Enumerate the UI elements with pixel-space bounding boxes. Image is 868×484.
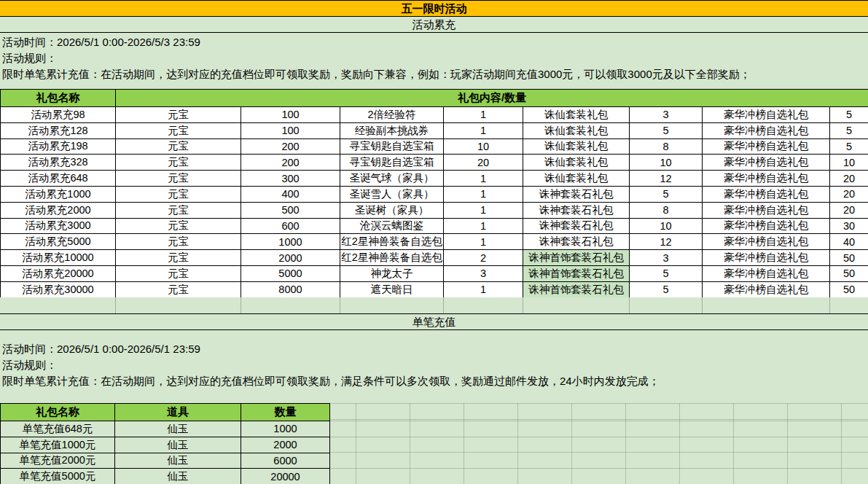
cell[interactable]: 诛仙套装礼包 (523, 138, 630, 155)
cell[interactable]: 单笔充值5000元 (1, 469, 115, 484)
cell[interactable]: 元宝 (116, 218, 241, 234)
cell[interactable]: 400 (241, 186, 340, 202)
cell[interactable]: 元宝 (116, 281, 241, 297)
cell[interactable]: 元宝 (116, 234, 241, 250)
cell[interactable]: 豪华冲榜自选礼包 (703, 218, 830, 234)
column-header-gift-content[interactable]: 礼包内容/数量 (116, 90, 868, 107)
cell[interactable]: 5 (630, 265, 703, 281)
cell[interactable]: 诛仙套装礼包 (523, 171, 630, 187)
cell[interactable]: 单笔充值648元 (1, 421, 115, 437)
cell[interactable]: 1 (444, 171, 523, 187)
cell[interactable]: 活动累充198 (1, 138, 116, 155)
cell[interactable]: 3 (630, 250, 703, 266)
cell[interactable]: 20 (830, 202, 868, 218)
cell[interactable]: 2 (444, 250, 523, 266)
cell[interactable]: 经验副本挑战券 (340, 122, 444, 138)
cell[interactable]: 元宝 (116, 250, 241, 266)
cell[interactable]: 豪华冲榜自选礼包 (703, 171, 830, 187)
cell[interactable]: 红2星神兽装备自选包 (340, 234, 444, 250)
cell[interactable]: 3 (630, 107, 703, 123)
cell[interactable]: 寻宝钥匙自选宝箱 (340, 138, 444, 155)
cell[interactable]: 仙玉 (115, 421, 241, 437)
cell[interactable]: 神龙太子 (340, 265, 444, 281)
cell[interactable]: 遮天暗日 (340, 281, 444, 297)
cell[interactable]: 诛仙套装礼包 (523, 122, 630, 138)
cell[interactable]: 诛神套装石礼包 (523, 218, 630, 234)
cell[interactable]: 10 (630, 218, 703, 234)
cell[interactable]: 50 (830, 250, 868, 266)
cell[interactable]: 元宝 (116, 107, 241, 123)
cell[interactable]: 8 (630, 202, 703, 218)
cell[interactable]: 圣诞雪人（家具） (340, 186, 444, 202)
cell[interactable]: 诛神首饰套装石礼包 (523, 281, 630, 297)
activity-rules-text-single[interactable]: 限时单笔累计充值：在活动期间，达到对应的充值档位即可领取奖励，满足条件可以多次领… (2, 373, 660, 389)
cell[interactable]: 20 (830, 186, 868, 202)
section-header-single[interactable]: 单笔充值 (0, 313, 868, 330)
cell[interactable]: 元宝 (116, 122, 241, 138)
cell[interactable]: 10 (830, 155, 868, 171)
cell[interactable]: 3 (444, 265, 523, 281)
cell[interactable]: 2000 (241, 437, 330, 453)
cell[interactable]: 活动累充98 (1, 107, 116, 123)
cell[interactable]: 活动累充20000 (1, 265, 116, 281)
cell[interactable]: 豪华冲榜自选礼包 (703, 122, 830, 138)
cell[interactable]: 豪华冲榜自选礼包 (703, 250, 830, 266)
cell[interactable]: 200 (241, 155, 340, 171)
cell[interactable]: 活动累充3000 (1, 218, 116, 234)
cell[interactable]: 圣诞树（家具） (340, 202, 444, 218)
cell[interactable]: 20000 (241, 469, 330, 484)
cell[interactable]: 元宝 (116, 138, 241, 155)
cell[interactable]: 40 (830, 234, 868, 250)
cell[interactable]: 1 (444, 281, 523, 297)
cell[interactable]: 5 (830, 122, 868, 138)
cell[interactable]: 1 (444, 218, 523, 234)
cell[interactable]: 5 (630, 186, 703, 202)
cell[interactable]: 诛仙套装礼包 (523, 107, 630, 123)
cell[interactable]: 豪华冲榜自选礼包 (703, 265, 830, 281)
column-header-quantity[interactable]: 数量 (241, 404, 330, 421)
cell[interactable]: 元宝 (116, 186, 241, 202)
cell[interactable]: 8 (630, 138, 703, 155)
cell[interactable]: 活动累充5000 (1, 234, 116, 250)
cell[interactable]: 诛神套装石礼包 (523, 186, 630, 202)
column-header-item[interactable]: 道具 (115, 404, 241, 421)
cell[interactable]: 1000 (241, 234, 340, 250)
cell[interactable]: 寻宝钥匙自选宝箱 (340, 155, 444, 171)
cell[interactable]: 1 (444, 107, 523, 123)
cell[interactable]: 仙玉 (115, 453, 241, 469)
cell[interactable]: 6000 (241, 453, 330, 469)
cell[interactable]: 仙玉 (115, 469, 241, 484)
column-header-gift-name[interactable]: 礼包名称 (1, 90, 116, 107)
cell[interactable]: 1 (444, 234, 523, 250)
cell[interactable]: 沧溟云螭图鉴 (340, 218, 444, 234)
cell[interactable]: 1 (444, 186, 523, 202)
cell[interactable]: 活动累充2000 (1, 202, 116, 218)
activity-rules-text-accumulate[interactable]: 限时单笔累计充值：在活动期间，达到对应的充值档位即可领取奖励，奖励向下兼容，例如… (2, 66, 751, 82)
cell[interactable]: 10 (630, 155, 703, 171)
cell[interactable]: 豪华冲榜自选礼包 (703, 202, 830, 218)
cell[interactable]: 5 (630, 281, 703, 297)
cell[interactable]: 诛神首饰套装石礼包 (523, 265, 630, 281)
cell[interactable]: 圣诞气球（家具） (340, 171, 444, 187)
cell[interactable]: 活动累充10000 (1, 250, 116, 266)
cell[interactable]: 豪华冲榜自选礼包 (703, 234, 830, 250)
cell[interactable]: 仙玉 (115, 437, 241, 453)
cell[interactable]: 诛神套装石礼包 (523, 202, 630, 218)
activity-rules-label-accumulate[interactable]: 活动规则： (2, 50, 57, 66)
cell[interactable]: 元宝 (116, 265, 241, 281)
cell[interactable]: 30 (830, 218, 868, 234)
cell[interactable]: 2倍经验符 (340, 107, 444, 123)
cell[interactable]: 活动累充648 (1, 171, 116, 187)
activity-time-accumulate[interactable]: 活动时间：2026/5/1 0:00-2026/5/3 23:59 (2, 34, 200, 50)
section-header-accumulate[interactable]: 活动累充 (0, 17, 868, 33)
cell[interactable]: 5000 (241, 265, 340, 281)
cell[interactable]: 20 (444, 155, 523, 171)
cell[interactable]: 豪华冲榜自选礼包 (703, 107, 830, 123)
cell[interactable]: 8000 (241, 281, 340, 297)
cell[interactable]: 活动累充328 (1, 155, 116, 171)
cell[interactable]: 12 (630, 234, 703, 250)
cell[interactable]: 活动累充1000 (1, 186, 116, 202)
cell[interactable]: 诛神套装石礼包 (523, 234, 630, 250)
cell[interactable]: 单笔充值1000元 (1, 437, 115, 453)
column-header-gift-name[interactable]: 礼包名称 (1, 404, 115, 421)
